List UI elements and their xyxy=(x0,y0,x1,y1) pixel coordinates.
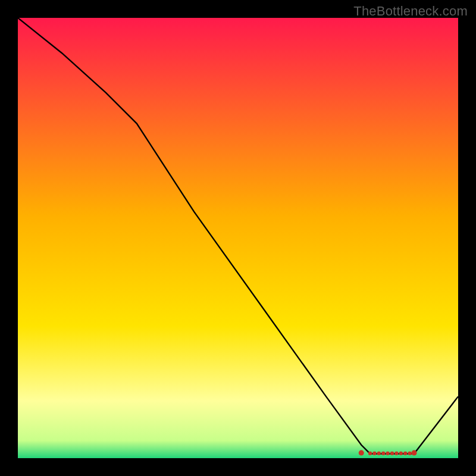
watermark-text: TheBottleneck.com xyxy=(353,4,468,19)
marker-point xyxy=(381,452,385,455)
plot-area xyxy=(18,18,458,458)
marker-point xyxy=(386,452,389,455)
marker-point xyxy=(399,452,403,455)
chart-frame: TheBottleneck.com xyxy=(0,0,476,476)
marker-point xyxy=(390,452,394,455)
marker-point xyxy=(377,452,381,455)
gradient-background xyxy=(18,18,458,458)
marker-point xyxy=(412,450,417,456)
marker-point xyxy=(359,450,364,456)
marker-point xyxy=(408,452,411,455)
marker-point xyxy=(394,452,398,455)
marker-point xyxy=(372,452,376,455)
marker-point xyxy=(403,452,407,455)
chart-svg xyxy=(18,18,458,458)
marker-point xyxy=(368,452,372,455)
